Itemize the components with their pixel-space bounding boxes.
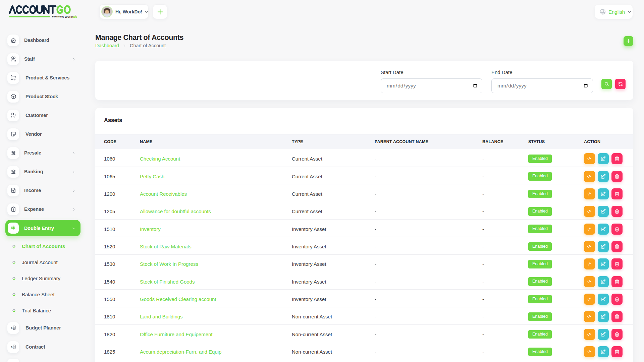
status-badge: Enabled	[528, 330, 552, 339]
language-selector[interactable]: English	[595, 5, 633, 19]
cell-action	[584, 237, 633, 254]
chart-button[interactable]	[584, 329, 595, 340]
sidebar-item-expense[interactable]: Expense	[0, 200, 89, 219]
edit-button[interactable]	[598, 311, 609, 322]
chart-button[interactable]	[584, 188, 595, 199]
account-name-link[interactable]: Inventory	[140, 226, 161, 232]
user-plus-icon	[7, 110, 19, 121]
account-name-link[interactable]: Stock of Raw Materials	[140, 244, 191, 249]
sidebar-item-product-services[interactable]: Product & Services	[0, 68, 89, 87]
action-buttons	[584, 153, 633, 164]
cell-code: 1820	[95, 325, 140, 342]
sidebar-item-staff[interactable]: Staff	[0, 50, 89, 68]
cell-parent: -	[375, 184, 482, 202]
edit-button[interactable]	[598, 171, 609, 182]
delete-button[interactable]	[611, 276, 623, 287]
chart-button[interactable]	[584, 258, 595, 269]
account-name-link[interactable]: Accum.depreciation-Furn. and Equip	[140, 349, 221, 355]
cell-action	[584, 307, 633, 324]
breadcrumb-dashboard-link[interactable]: Dashboard	[95, 43, 119, 48]
delete-button[interactable]	[611, 171, 623, 182]
submenu-item-trial-balance[interactable]: Trial Balance	[0, 302, 89, 318]
table-row: 1820Office Furniture and EquipementNon-c…	[95, 325, 633, 342]
delete-button[interactable]	[611, 224, 623, 235]
cell-code: 1200	[95, 184, 140, 202]
chart-button[interactable]	[584, 311, 595, 322]
sidebar-item-label: Banking	[24, 162, 43, 181]
submenu-item-chart-of-accounts[interactable]: Chart of Accounts	[0, 238, 89, 254]
cell-type: Non-current Asset	[292, 307, 375, 324]
submenu-item-journal-account[interactable]: Journal Account	[0, 254, 89, 270]
delete-button[interactable]	[611, 346, 623, 357]
chart-button[interactable]	[584, 153, 595, 164]
sidebar-item-double-entry[interactable]: Double Entry	[5, 220, 80, 236]
account-name-link[interactable]: Petty Cash	[140, 174, 164, 179]
cell-action	[584, 342, 633, 360]
edit-button[interactable]	[598, 241, 609, 252]
edit-button[interactable]	[598, 329, 609, 340]
submenu-item-ledger-summary[interactable]: Ledger Summary	[0, 270, 89, 286]
submenu-item-balance-sheet[interactable]: Balance Sheet	[0, 286, 89, 302]
cell-status: Enabled	[528, 184, 584, 202]
delete-button[interactable]	[611, 311, 623, 322]
edit-button[interactable]	[598, 258, 609, 269]
coins-icon: $	[7, 341, 19, 353]
chart-button[interactable]	[584, 224, 595, 235]
cell-type: Non-current Asset	[292, 342, 375, 360]
account-name-link[interactable]: Land and Buildings	[140, 314, 183, 319]
edit-button[interactable]	[598, 224, 609, 235]
sidebar-item-product-stock[interactable]: Product Stock	[0, 87, 89, 106]
cell-status: Enabled	[528, 342, 584, 360]
edit-button[interactable]	[598, 294, 609, 305]
delete-button[interactable]	[611, 258, 623, 269]
sidebar-item-presale[interactable]: Presale	[0, 143, 89, 162]
chart-button[interactable]	[584, 206, 595, 217]
delete-button[interactable]	[611, 153, 623, 164]
sidebar-item-contract[interactable]: $Contract	[0, 338, 89, 356]
account-name-link[interactable]: Office Furniture and Equipement	[140, 331, 213, 337]
sidebar-item-income[interactable]: Income	[0, 181, 89, 200]
sidebar-item-dashboard[interactable]: Dashboard	[0, 31, 89, 50]
user-menu[interactable]: Hi, WorkDo!	[99, 4, 149, 19]
end-date-input[interactable]	[491, 78, 593, 93]
delete-button[interactable]	[611, 329, 623, 340]
chart-button[interactable]	[584, 294, 595, 305]
add-account-button[interactable]	[624, 36, 633, 46]
sidebar-item-label: Vendor	[25, 125, 42, 143]
edit-button[interactable]	[598, 276, 609, 287]
bank-icon	[7, 166, 19, 178]
submenu-item-label: Trial Balance	[22, 302, 51, 318]
account-name-link[interactable]: Goods Received Clearing account	[140, 296, 216, 302]
chevron-right-icon	[72, 170, 75, 174]
sidebar-item-customer[interactable]: Customer	[0, 106, 89, 125]
account-name-link[interactable]: Stock of Finished Goods	[140, 279, 195, 285]
start-date-input[interactable]	[381, 78, 482, 93]
action-buttons	[584, 258, 633, 269]
sidebar-item-label: Budget Planner	[25, 318, 61, 337]
account-name-link[interactable]: Stock of Work In Progress	[140, 261, 198, 267]
account-name-link[interactable]: Checking Account	[140, 156, 180, 162]
chart-button[interactable]	[584, 276, 595, 287]
delete-button[interactable]	[611, 188, 623, 199]
chart-button[interactable]	[584, 171, 595, 182]
reset-button[interactable]	[615, 79, 626, 89]
account-name-link[interactable]: Account Receivables	[140, 191, 187, 197]
edit-button[interactable]	[598, 346, 609, 357]
delete-button[interactable]	[611, 241, 623, 252]
header-add-button[interactable]	[153, 4, 167, 19]
delete-button[interactable]	[611, 206, 623, 217]
submenu-item-label: Balance Sheet	[22, 286, 55, 302]
sidebar-item-budget-planner[interactable]: $Budget Planner	[0, 318, 89, 337]
edit-button[interactable]	[598, 153, 609, 164]
account-name-link[interactable]: Allowance for doubtful accounts	[140, 208, 211, 214]
search-button[interactable]	[601, 79, 612, 89]
chart-button[interactable]	[584, 241, 595, 252]
accountgo-logo[interactable]: Powered By WORKDO	[9, 4, 78, 18]
sidebar-item-vendor[interactable]: Vendor	[0, 125, 89, 143]
delete-button[interactable]	[611, 294, 623, 305]
edit-button[interactable]	[598, 206, 609, 217]
edit-button[interactable]	[598, 188, 609, 199]
sidebar-item-banking[interactable]: Banking	[0, 162, 89, 181]
cell-code: 1205	[95, 202, 140, 219]
chart-button[interactable]	[584, 346, 595, 357]
